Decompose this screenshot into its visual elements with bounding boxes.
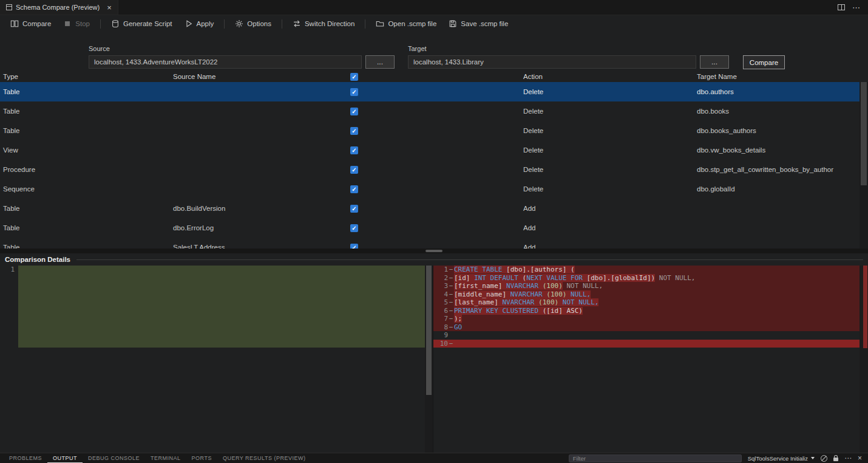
- column-header-action[interactable]: Action: [523, 73, 696, 80]
- tab-schema-compare[interactable]: Schema Compare (Preview) ×: [0, 0, 118, 15]
- tab-title: Schema Compare (Preview): [16, 4, 100, 11]
- editor-tab-bar: Schema Compare (Preview) × ⋯: [0, 0, 868, 15]
- deleted-line-marker: [448, 331, 454, 340]
- panel-tab-ports[interactable]: PORTS: [186, 453, 217, 463]
- code-line: 6−PRIMARY KEY CLUSTERED ([id] ASC): [433, 307, 860, 315]
- panel-splitter[interactable]: [0, 249, 868, 253]
- code-text: [454, 331, 860, 340]
- diff-right-pane[interactable]: 1−CREATE TABLE [dbo].[authors] (2−[id] I…: [433, 266, 860, 453]
- tab-close-icon[interactable]: ×: [107, 4, 112, 12]
- panel-more-actions-icon[interactable]: ⋯: [844, 454, 852, 462]
- line-number: 6: [433, 307, 448, 315]
- toolbar-button-save-scmp[interactable]: Save .scmp file: [443, 18, 514, 30]
- row-include-checkbox[interactable]: [350, 88, 358, 96]
- cell-action: Add: [523, 205, 696, 212]
- row-include-checkbox[interactable]: [350, 244, 358, 249]
- target-browse-button[interactable]: ...: [700, 55, 729, 69]
- cell-action: Delete: [523, 108, 696, 115]
- row-include-checkbox[interactable]: [350, 146, 358, 154]
- panel-tab-terminal[interactable]: TERMINAL: [145, 453, 186, 463]
- table-row[interactable]: Tabledbo.ErrorLogAdd: [0, 218, 860, 238]
- source-browse-button[interactable]: ...: [365, 55, 395, 69]
- column-header-type[interactable]: Type: [0, 73, 171, 80]
- schema-compare-icon: [6, 4, 12, 10]
- toolbar-button-options[interactable]: Options: [229, 18, 277, 30]
- line-number: 9: [433, 331, 448, 340]
- deleted-line-marker: −: [448, 307, 454, 315]
- panel-tab-debug-console[interactable]: DEBUG CONSOLE: [83, 453, 145, 463]
- cell-type: View: [0, 146, 171, 154]
- row-include-checkbox[interactable]: [350, 185, 358, 193]
- cell-type: Table: [0, 127, 171, 134]
- toolbar-button-stop[interactable]: Stop: [58, 18, 95, 30]
- chevron-down-icon: [811, 457, 815, 459]
- row-include-checkbox[interactable]: [350, 166, 358, 174]
- cell-target-name: dbo.vw_books_details: [696, 146, 860, 154]
- toolbar-button-label: Generate Script: [123, 20, 172, 27]
- code-text: CREATE TABLE [dbo].[authors] (: [454, 266, 860, 274]
- diff-left-scrollbar[interactable]: [425, 266, 433, 453]
- output-channel-select[interactable]: SqlToolsService Initializ: [748, 455, 815, 462]
- split-editor-icon[interactable]: [838, 4, 845, 10]
- toolbar-button-switch-direction[interactable]: Switch Direction: [287, 18, 360, 30]
- code-text: [id] INT DEFAULT (NEXT VALUE FOR [dbo].[…: [454, 274, 860, 283]
- select-all-checkbox[interactable]: [350, 73, 358, 81]
- table-row[interactable]: ProcedureDeletedbo.stp_get_all_cowritten…: [0, 160, 860, 179]
- toolbar-button-compare[interactable]: Compare: [5, 18, 56, 30]
- cell-type: Sequence: [0, 185, 171, 193]
- apply-icon: [185, 19, 193, 28]
- source-input[interactable]: localhost, 1433.AdventureWorksLT2022: [89, 55, 362, 69]
- toolbar-separator: [282, 19, 282, 29]
- compare-run-button[interactable]: Compare: [743, 55, 785, 69]
- table-row[interactable]: TableDeletedbo.books: [0, 101, 860, 121]
- editor-more-actions-icon[interactable]: ⋯: [852, 3, 861, 12]
- options-icon: [235, 19, 243, 28]
- line-number: 8: [433, 323, 448, 332]
- clear-output-icon[interactable]: [821, 455, 827, 462]
- cell-target-name: dbo.globalId: [696, 185, 860, 193]
- table-row[interactable]: Tabledbo.BuildVersionAdd: [0, 199, 860, 218]
- column-header-target-name[interactable]: Target Name: [696, 73, 860, 80]
- lock-scroll-icon[interactable]: [833, 455, 838, 461]
- cell-type: Procedure: [0, 166, 171, 173]
- table-row[interactable]: TableDeletedbo.authors: [0, 82, 860, 101]
- save-scmp-icon: [449, 19, 457, 28]
- toolbar-button-label: Apply: [197, 20, 214, 27]
- row-include-checkbox[interactable]: [350, 127, 358, 135]
- comparison-details-title: Comparison Details: [5, 256, 70, 263]
- line-number: 10: [433, 340, 448, 348]
- panel-tab-problems[interactable]: PROBLEMS: [4, 453, 47, 463]
- panel-actions: SqlToolsService Initializ ⋯ ×: [569, 454, 868, 462]
- panel-tab-output[interactable]: OUTPUT: [47, 453, 83, 463]
- toolbar-button-apply[interactable]: Apply: [179, 18, 220, 30]
- table-row[interactable]: TableSalesLT.AddressAdd: [0, 238, 860, 249]
- panel-tab-query-results-preview[interactable]: QUERY RESULTS (PREVIEW): [217, 453, 311, 463]
- stop-icon: [63, 19, 72, 28]
- code-line: 5−[last_name] NVARCHAR (100) NOT NULL,: [433, 298, 860, 307]
- output-filter-input[interactable]: [569, 454, 742, 462]
- cell-target-name: dbo.books: [696, 108, 860, 115]
- table-row[interactable]: SequenceDeletedbo.globalId: [0, 179, 860, 199]
- row-include-checkbox[interactable]: [350, 224, 358, 232]
- diff-right-scrollbar[interactable]: [860, 266, 868, 453]
- scrollbar-thumb[interactable]: [861, 82, 867, 185]
- splitter-grip-handle[interactable]: [426, 250, 442, 252]
- column-header-source-name[interactable]: Source Name: [171, 73, 350, 80]
- target-input[interactable]: localhost, 1433.Library: [408, 55, 696, 69]
- diff-left-pane[interactable]: 1: [0, 266, 425, 453]
- toolbar-button-generate-script[interactable]: Generate Script: [106, 18, 178, 30]
- code-line: 3−[first_name] NVARCHAR (100) NOT NULL,: [433, 282, 860, 290]
- table-row[interactable]: TableDeletedbo.books_authors: [0, 121, 860, 140]
- scrollbar-thumb[interactable]: [426, 266, 432, 395]
- table-row[interactable]: ViewDeletedbo.vw_books_details: [0, 140, 860, 160]
- grid-vertical-scrollbar[interactable]: [860, 82, 868, 249]
- target-label: Target: [408, 45, 729, 52]
- panel-close-icon[interactable]: ×: [858, 454, 862, 462]
- panel-tabs: PROBLEMSOUTPUTDEBUG CONSOLETERMINALPORTS…: [0, 453, 311, 463]
- row-include-checkbox[interactable]: [350, 108, 358, 115]
- toolbar-button-open-scmp[interactable]: Open .scmp file: [370, 18, 442, 30]
- toolbar-button-label: Options: [247, 20, 271, 27]
- code-text: [454, 340, 860, 348]
- row-include-checkbox[interactable]: [350, 205, 358, 213]
- bottom-panel-bar: PROBLEMSOUTPUTDEBUG CONSOLETERMINALPORTS…: [0, 453, 868, 463]
